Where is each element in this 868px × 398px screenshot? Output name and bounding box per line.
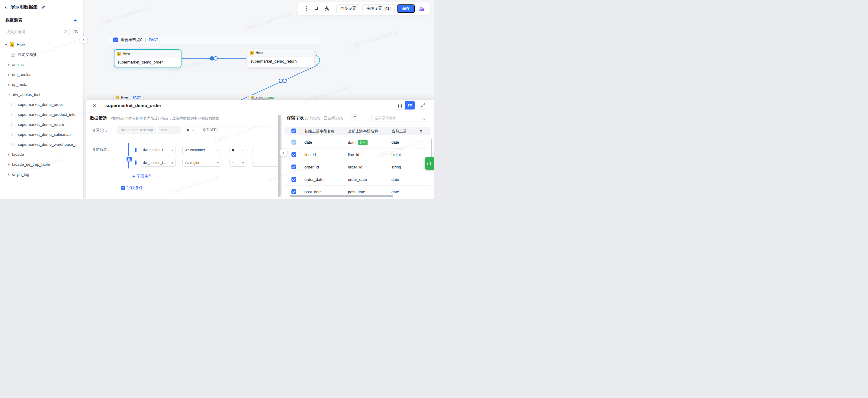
chevron-down-icon[interactable] [5,44,7,45]
tree-item-dm-aeolus[interactable]: dm_aeolus [0,69,83,80]
field-settings-button[interactable]: 字段设置 41 [363,4,395,13]
help-icon[interactable]: ? [100,129,104,133]
tree-item-supermarket-demo-product-info[interactable]: supermarket_demo_product_info [0,110,83,119]
row-checkbox[interactable] [291,165,296,169]
string-field-icon: A≡ [185,148,189,152]
string-field-icon: A≡ [185,161,189,165]
table-icon [11,113,16,116]
sidebar-search-input[interactable] [3,28,70,36]
canvas-horizontal-scrollbar[interactable] [251,98,270,100]
row-checkbox[interactable] [291,152,296,157]
tree-item-supermarket-demo-warehouse[interactable]: supermarket_demo_warehouse_... [0,139,83,149]
add-field-condition-outer-link[interactable]: + 字段条件 [121,185,143,191]
search-icon[interactable] [313,4,320,12]
join-icon[interactable] [278,78,287,83]
refresh-icon[interactable] [351,114,358,121]
condition2-table-select[interactable]: dw_aeolus_t... ▾ [140,159,176,167]
node-supermarket-demo-order[interactable]: Hive supermarket_demo_order [114,49,182,67]
sidebar-collapse-button[interactable]: ‹ [80,35,88,44]
tree-item-supermarket-demo-salesman[interactable]: supermarket_demo_salesman [0,130,83,139]
partition-label: 分区 ? ： [92,128,108,133]
chevron-down-icon: ▾ [240,148,244,152]
tree-item-custom-sql[interactable]: 自定义SQL [0,50,83,60]
condition1-field-select[interactable]: A≡ customer... ▾ [182,146,221,154]
chevron-right-icon[interactable] [8,153,10,156]
tree-item-hive[interactable]: Hive [0,39,83,50]
chevron-down-icon: ▾ [170,148,173,152]
field-search-input[interactable] [371,114,427,122]
back-icon[interactable]: ‹ [5,4,7,10]
chevron-down-icon: ▾ [170,161,173,165]
ai-assistant-logo[interactable] [418,4,426,12]
tree-item-aeolus[interactable]: aeolus [0,60,83,69]
tree-item-supermarket-demo-order[interactable]: supermarket_demo_order [0,100,83,110]
tree-item-dp-meta[interactable]: dp_meta [0,80,83,89]
column-current-upstream-type: 当前上游... [392,129,409,134]
close-icon[interactable] [92,103,97,107]
condition1-value-input[interactable] [252,146,278,154]
chevron-down-icon: ▾ [215,161,219,165]
expand-panel-icon[interactable] [419,101,427,110]
chevron-down-icon[interactable] [8,94,10,95]
panel-title: supermarket_demo_order [105,103,161,108]
condition1-operator-select[interactable]: = ▾ [229,146,246,154]
condition1-table-select[interactable]: dw_aeolus_t... ▾ [140,146,176,154]
filter-funnel-icon[interactable] [419,129,423,135]
save-button[interactable]: 保存 [397,4,415,13]
field-row-date[interactable]: date date 分区 date [285,136,430,148]
and-operator-badge[interactable]: 且 [126,157,132,162]
condition2-value-input[interactable] [252,159,278,167]
lineage-graph-icon[interactable] [323,4,331,12]
partition-field: date [158,126,181,134]
list-view-button[interactable] [405,101,415,110]
sidebar-search [3,28,70,36]
fields-horizontal-scrollbar[interactable] [290,195,393,197]
node-supermarket-demo-return[interactable]: Hive supermarket_demo_return [247,49,315,67]
filter-pane-scrollbar[interactable] [278,115,281,197]
tree-item-origin-log[interactable]: origin_log [0,169,83,179]
chevron-right-icon[interactable] [8,63,10,66]
drag-handle[interactable] [135,160,136,165]
edit-icon[interactable] [41,5,45,9]
filter-datasource-button[interactable] [72,28,80,36]
search-icon [63,30,68,35]
expand-fields-pane-button[interactable]: › [279,148,288,157]
field-search [371,114,427,122]
table-icon [11,133,16,136]
datasource-section-header: 数据源表 + [0,15,83,25]
more-menu-icon[interactable] [302,4,310,12]
chevron-right-icon[interactable] [8,163,10,166]
join-icon[interactable] [210,56,218,61]
hive-icon [116,95,119,99]
chevron-right-icon[interactable] [8,74,10,76]
select-all-checkbox[interactable] [291,129,296,133]
sync-settings-button[interactable]: 同步设置 [336,4,360,13]
tree-item-facade-qe-tmp-table[interactable]: facade_qe_tmp_table [0,160,83,169]
node-header: Hive [115,50,181,57]
condition2-field-select[interactable]: A≡ region ▾ [182,159,221,167]
add-datasource-button[interactable]: + [73,18,77,23]
partition-value-input[interactable] [200,126,271,134]
chevron-right-icon[interactable] [8,173,10,176]
add-field-condition-link[interactable]: + 字段条件 [132,173,152,179]
drag-handle[interactable] [135,148,136,152]
tree-item-supermarket-demo-return[interactable]: supermarket_demo_return [0,119,83,130]
field-row-order-date[interactable]: order_date order_date date [285,173,430,186]
partial-node-fact[interactable]: Hive FACT [113,94,144,100]
tree-item-dw-aeolus-test[interactable]: dw_aeolus_test [0,89,83,100]
dataset-title: 演示用数据集 [10,4,37,10]
app-root: 洪春阳 hongchunyang 洪春阳 hongchunyang 洪春阳 ho… [0,0,434,199]
field-row-order-id[interactable]: order_id order_id string [285,161,430,173]
support-button[interactable] [425,157,434,170]
search-icon [421,116,425,121]
condition2-operator-select[interactable]: = ▾ [229,159,246,167]
row-checkbox[interactable] [291,177,296,182]
column-current-upstream: 当前上游字段名称 [348,129,378,134]
field-row-line-id[interactable]: line_id line_id bigint [285,148,430,161]
chevron-right-icon[interactable] [8,83,10,86]
column-view-button[interactable] [395,101,405,110]
tree-item-facade[interactable]: facade [0,149,83,160]
top-toolbar: 同步设置 字段设置 41 保存 [298,2,430,15]
row-checkbox[interactable] [291,189,296,194]
partition-operator-select[interactable]: = ▾ [184,126,197,134]
